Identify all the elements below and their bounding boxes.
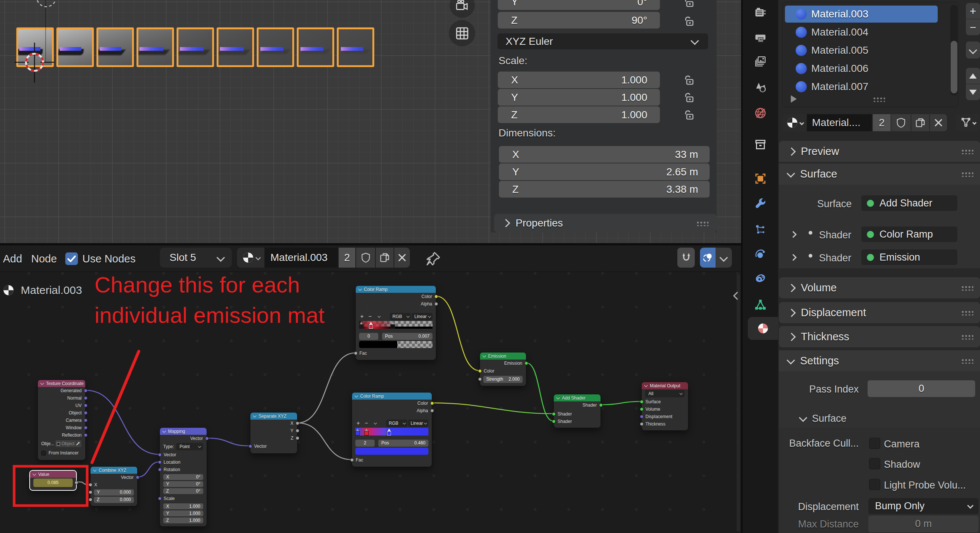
dimension-y-field[interactable]: Y 2.65 m	[499, 163, 710, 180]
ramp-stop-handle[interactable]	[355, 431, 360, 436]
remove-stop-button[interactable]: −	[368, 313, 372, 320]
output-socket[interactable]	[525, 362, 528, 365]
output-socket[interactable]	[84, 419, 88, 422]
unlink-material-button[interactable]	[930, 114, 947, 131]
interpolation-dropdown[interactable]: Linear	[412, 313, 433, 320]
stop-position-field[interactable]: Pos0.460	[379, 439, 428, 447]
list-resize-grip[interactable]	[872, 96, 885, 102]
plane-object[interactable]	[337, 27, 374, 67]
input-socket[interactable]	[552, 420, 556, 423]
output-socket[interactable]	[434, 302, 438, 306]
node-material-output[interactable]: Material OutputAllSurfaceVolumeDisplacem…	[641, 382, 689, 431]
slot-specials-button[interactable]	[966, 41, 980, 59]
node-link[interactable]	[432, 403, 554, 414]
surface-panel-header[interactable]: Surface	[779, 163, 980, 185]
output-socket[interactable]	[84, 389, 88, 392]
stop-position-field[interactable]: Pos0.007	[382, 333, 433, 340]
output-socket[interactable]	[205, 437, 209, 440]
input-socket[interactable]	[158, 453, 162, 457]
output-socket[interactable]	[84, 396, 88, 400]
3d-viewport[interactable]: Y 0° Z 90° XYZ Euler Scale: X 1.000	[0, 0, 741, 243]
move-slot-down-button[interactable]	[966, 84, 980, 100]
plane-object[interactable]	[137, 27, 174, 67]
slot-dropdown[interactable]: Slot 5	[160, 247, 232, 268]
snap-target-button[interactable]	[700, 247, 716, 268]
panel-grip[interactable]	[961, 310, 973, 316]
properties-tab-view-layer[interactable]	[743, 50, 778, 73]
list-expand-arrow[interactable]	[791, 95, 797, 103]
material-name-field[interactable]: Material.003	[264, 247, 338, 268]
new-material-button[interactable]	[912, 114, 929, 131]
properties-collapsed-panel[interactable]: Properties	[494, 214, 717, 232]
input-socket[interactable]	[640, 415, 644, 419]
node-number-field[interactable]: Strength2.000	[483, 376, 523, 383]
material-slot-row[interactable]: Material.004	[785, 24, 938, 41]
color-mode-dropdown[interactable]: RGB	[390, 313, 411, 320]
rotation-mode-dropdown[interactable]: XYZ Euler	[498, 33, 708, 49]
unlink-material-button[interactable]	[394, 247, 410, 268]
shader-value-button[interactable]: Emission	[861, 249, 958, 265]
node-link[interactable]	[138, 462, 159, 477]
node-menu[interactable]: Node	[31, 245, 57, 272]
input-socket[interactable]	[478, 378, 482, 381]
output-socket[interactable]	[84, 433, 88, 437]
shader-expand-arrow[interactable]	[791, 255, 795, 261]
settings-panel-header[interactable]: Settings	[779, 350, 980, 371]
node-link[interactable]	[207, 438, 250, 446]
input-socket[interactable]	[350, 458, 354, 462]
thickness-panel-header[interactable]: Thickness	[779, 326, 980, 347]
lock-icon[interactable]	[683, 0, 696, 9]
stop-color-swatch[interactable]	[359, 341, 433, 348]
material-slot-row[interactable]: Material.005	[785, 42, 938, 59]
browse-material-button[interactable]	[237, 247, 264, 268]
input-socket[interactable]	[89, 498, 92, 501]
output-socket[interactable]	[296, 429, 299, 433]
input-socket[interactable]	[248, 444, 252, 448]
properties-tab-particles[interactable]	[743, 218, 778, 241]
properties-tab-constraints[interactable]	[743, 268, 778, 291]
input-socket[interactable]	[158, 468, 162, 471]
panel-grip[interactable]	[961, 334, 973, 339]
node-mapping[interactable]: MappingVectorType:PointVectorLocationRot…	[159, 427, 207, 527]
panel-grip[interactable]	[961, 171, 973, 177]
node-link[interactable]	[436, 296, 480, 371]
node-value[interactable]: Value0.085	[29, 470, 77, 491]
node-link[interactable]	[298, 353, 355, 423]
stop-index-field[interactable]: 0	[359, 333, 379, 340]
properties-tab-object-data[interactable]	[743, 293, 778, 316]
node-link[interactable]	[86, 390, 159, 454]
node-number-field[interactable]: Y0.000	[94, 489, 134, 496]
output-socket[interactable]	[296, 436, 299, 440]
rotation-z-field[interactable]: Z 90°	[498, 12, 660, 29]
add-slot-button[interactable]: +	[966, 3, 980, 19]
node-link[interactable]	[298, 423, 352, 460]
output-socket[interactable]	[84, 404, 88, 407]
node-number-field[interactable]: X0°	[163, 474, 203, 480]
input-socket[interactable]	[478, 369, 482, 373]
value-slider[interactable]: 0.085	[33, 479, 73, 487]
dimension-z-field[interactable]: Z 3.38 m	[499, 181, 710, 198]
node-dropdown[interactable]: All	[645, 390, 685, 397]
filter-dropdown[interactable]	[956, 114, 980, 131]
plane-object[interactable]	[56, 27, 94, 67]
backface-lightprobe-checkbox[interactable]	[869, 479, 880, 490]
ramp-specials-button[interactable]	[374, 422, 377, 424]
ramp-stop-handle[interactable]	[369, 324, 373, 329]
input-socket[interactable]	[89, 483, 92, 487]
backface-shadow-checkbox[interactable]	[869, 458, 880, 469]
volume-panel-header[interactable]: Volume	[779, 277, 980, 298]
properties-tab-collection[interactable]	[743, 133, 778, 156]
properties-tab-object[interactable]	[743, 167, 778, 190]
plane-object[interactable]	[257, 27, 294, 67]
scrollbar-thumb[interactable]	[951, 41, 958, 94]
properties-tab-physics[interactable]	[743, 243, 778, 266]
pin-button[interactable]	[425, 251, 441, 267]
node-number-field[interactable]: Z0°	[163, 488, 203, 494]
output-socket[interactable]	[430, 401, 434, 405]
input-socket[interactable]	[158, 460, 162, 464]
properties-tab-render[interactable]	[743, 1, 778, 24]
input-socket[interactable]	[89, 490, 92, 494]
new-material-button[interactable]	[376, 247, 393, 268]
ramp-stop-handle[interactable]	[391, 324, 395, 329]
node-color-ramp[interactable]: Color RampColorAlpha+ − RGB Linear 0 Pos…	[355, 286, 436, 360]
